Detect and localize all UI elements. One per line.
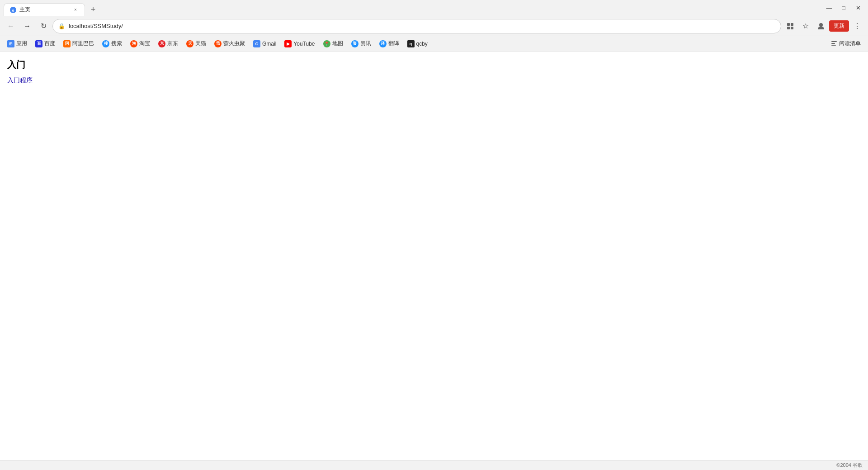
tianmao-icon: 天 bbox=[186, 40, 193, 47]
tab-close-button[interactable]: × bbox=[72, 6, 79, 14]
bookmark-apps[interactable]: ⊞ 应用 bbox=[4, 38, 31, 49]
bookmark-translate[interactable]: 译 翻译 bbox=[376, 38, 403, 49]
taobao-icon: 淘 bbox=[130, 40, 137, 47]
bookmark-maps-label: 地图 bbox=[332, 40, 343, 47]
star-button[interactable]: ☆ bbox=[798, 19, 813, 33]
back-button[interactable]: ← bbox=[4, 19, 18, 33]
bookmark-news[interactable]: 资 资讯 bbox=[348, 38, 375, 49]
jd-icon: 京 bbox=[158, 40, 165, 47]
browser-window: e 主页 × + — □ ✕ ← → ↻ 🔒 localhost/SSMStud… bbox=[0, 0, 868, 470]
status-text: ©2004 谷歌 bbox=[836, 462, 863, 469]
bookmark-taobao[interactable]: 淘 淘宝 bbox=[127, 38, 154, 49]
qcby-icon: q bbox=[407, 40, 415, 47]
bookmarks-bar: ⊞ 应用 百 百度 阿 阿里巴巴 搜 搜索 淘 淘宝 京 京东 天 天猫 萤 bbox=[0, 36, 868, 52]
page-heading: 入门 bbox=[7, 59, 861, 71]
update-button[interactable]: 更新 bbox=[829, 20, 849, 32]
bookmark-tianmao[interactable]: 天 天猫 bbox=[183, 38, 210, 49]
minimize-button[interactable]: — bbox=[823, 2, 835, 14]
tab-bar: e 主页 × + bbox=[4, 0, 819, 16]
close-button[interactable]: ✕ bbox=[852, 2, 864, 14]
menu-button[interactable]: ⋮ bbox=[850, 19, 864, 33]
extensions-button[interactable] bbox=[783, 19, 797, 33]
bookmark-youtube[interactable]: ▶ YouTube bbox=[281, 38, 318, 49]
bookmark-news-label: 资讯 bbox=[360, 40, 371, 47]
lock-icon: 🔒 bbox=[58, 23, 65, 29]
apps-icon: ⊞ bbox=[7, 40, 14, 47]
svg-rect-5 bbox=[791, 27, 793, 29]
reload-button[interactable]: ↻ bbox=[36, 19, 51, 33]
status-bar: ©2004 谷歌 bbox=[0, 460, 868, 470]
maps-icon: 📍 bbox=[323, 40, 330, 47]
restore-button[interactable]: □ bbox=[837, 2, 850, 14]
forward-button[interactable]: → bbox=[20, 19, 34, 33]
bookmark-jd[interactable]: 京 京东 bbox=[155, 38, 182, 49]
news-icon: 资 bbox=[351, 40, 359, 47]
svg-text:e: e bbox=[12, 8, 14, 13]
svg-rect-8 bbox=[831, 43, 835, 44]
bookmark-baidu-label: 百度 bbox=[44, 40, 55, 47]
reading-list-label: 阅读清单 bbox=[839, 40, 861, 47]
address-text: localhost/SSMStudy/ bbox=[69, 23, 775, 29]
baidu-icon: 百 bbox=[35, 40, 42, 47]
bookmarks-right: 阅读清单 bbox=[827, 38, 864, 49]
translate-icon: 译 bbox=[379, 40, 387, 47]
alibaba-icon: 阿 bbox=[63, 40, 71, 47]
bookmark-qcby-label: qcby bbox=[416, 41, 428, 47]
bookmark-firefly[interactable]: 萤 萤火虫聚 bbox=[211, 38, 249, 49]
youtube-icon: ▶ bbox=[284, 40, 292, 47]
bookmark-apps-label: 应用 bbox=[16, 40, 27, 47]
bookmark-taobao-label: 淘宝 bbox=[139, 40, 150, 47]
bookmark-maps[interactable]: 📍 地图 bbox=[320, 38, 347, 49]
bookmark-firefly-label: 萤火虫聚 bbox=[223, 40, 245, 47]
bookmark-gmail[interactable]: G Gmail bbox=[250, 38, 280, 49]
firefly-icon: 萤 bbox=[214, 40, 222, 47]
bookmark-qcby[interactable]: q qcby bbox=[404, 38, 431, 49]
reading-list-button[interactable]: 阅读清单 bbox=[827, 38, 864, 49]
svg-rect-7 bbox=[831, 41, 837, 42]
bookmark-search[interactable]: 搜 搜索 bbox=[99, 38, 126, 49]
bookmark-translate-label: 翻译 bbox=[388, 40, 399, 47]
bookmark-search-label: 搜索 bbox=[111, 40, 122, 47]
page-content: 入门 入门程序 bbox=[0, 52, 868, 460]
svg-rect-9 bbox=[831, 45, 836, 46]
svg-rect-3 bbox=[791, 23, 793, 26]
address-bar[interactable]: 🔒 localhost/SSMStudy/ bbox=[52, 19, 781, 33]
gmail-icon: G bbox=[253, 40, 260, 47]
search-icon: 搜 bbox=[102, 40, 109, 47]
svg-rect-4 bbox=[787, 27, 790, 29]
bookmark-jd-label: 京东 bbox=[167, 40, 178, 47]
profile-button[interactable] bbox=[814, 19, 828, 33]
nav-bar: ← → ↻ 🔒 localhost/SSMStudy/ ☆ bbox=[0, 16, 868, 36]
nav-actions: ☆ 更新 ⋮ bbox=[783, 19, 864, 33]
bookmark-gmail-label: Gmail bbox=[262, 41, 276, 47]
bookmark-alibaba[interactable]: 阿 阿里巴巴 bbox=[60, 38, 98, 49]
intro-program-link[interactable]: 入门程序 bbox=[7, 76, 33, 84]
bookmark-baidu[interactable]: 百 百度 bbox=[32, 38, 59, 49]
tab-title: 主页 bbox=[19, 6, 69, 14]
active-tab[interactable]: e 主页 × bbox=[4, 3, 85, 16]
bookmark-tianmao-label: 天猫 bbox=[195, 40, 206, 47]
bookmark-youtube-label: YouTube bbox=[293, 41, 315, 47]
window-controls: — □ ✕ bbox=[823, 2, 864, 14]
title-bar: e 主页 × + — □ ✕ bbox=[0, 0, 868, 16]
svg-point-6 bbox=[819, 23, 823, 27]
new-tab-button[interactable]: + bbox=[87, 3, 99, 16]
svg-rect-2 bbox=[787, 23, 790, 26]
tab-favicon: e bbox=[9, 6, 17, 14]
bookmark-alibaba-label: 阿里巴巴 bbox=[72, 40, 94, 47]
